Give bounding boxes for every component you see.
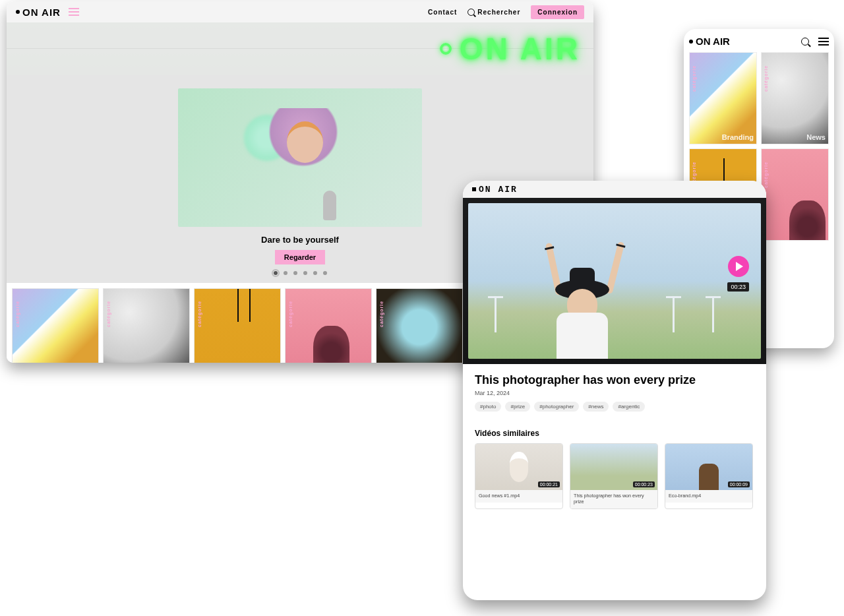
category-card-branding[interactable]: catégorie <box>12 288 99 363</box>
thumb-duration: 00:00:23 <box>633 481 655 487</box>
related-section: Vidéos similaires 00:00:21 Good news #1.… <box>475 429 754 509</box>
category-label: catégorie <box>15 301 20 327</box>
carousel-dot[interactable] <box>293 271 297 275</box>
tag[interactable]: #photographer <box>534 402 579 412</box>
desktop-nav: Contact Rechercher Connexion <box>428 5 584 19</box>
feature-image[interactable] <box>178 88 422 227</box>
mobile-header: ON AIR <box>689 36 829 47</box>
neon-text: ON AIR <box>460 31 580 67</box>
thumb-duration: 00:00:09 <box>728 481 750 487</box>
category-name: Podcast <box>797 230 826 237</box>
logo[interactable]: ON AIR <box>472 185 518 195</box>
category-label: catégorie <box>764 65 768 92</box>
duration-badge: 00:23 <box>727 282 749 292</box>
logo[interactable]: ON AIR <box>689 36 730 47</box>
carousel-dot[interactable] <box>274 271 278 275</box>
search-icon[interactable] <box>801 38 809 46</box>
category-label: catégorie <box>288 301 293 327</box>
video-detail: This photographer has won every prize Ma… <box>463 364 766 518</box>
category-label: catégorie <box>106 301 111 327</box>
tag[interactable]: #prize <box>505 402 530 412</box>
related-thumbs: 00:00:21 Good news #1.mp4 00:00:23 This … <box>475 443 754 509</box>
thumb-caption: Eco-brand.mp4 <box>665 490 752 503</box>
tag[interactable]: #photo <box>475 402 501 412</box>
tag-list: #photo #prize #photographer #news #argen… <box>475 402 754 412</box>
neon-logo: ON AIR <box>440 31 580 67</box>
video-title: This photographer has won every prize <box>475 373 754 387</box>
search-icon <box>467 9 475 16</box>
thumb-caption: Good news #1.mp4 <box>475 490 562 503</box>
related-title: Vidéos similaires <box>475 429 754 438</box>
video-frame <box>468 203 761 359</box>
carousel-dot[interactable] <box>303 271 307 275</box>
category-name: Branding <box>722 133 754 141</box>
category-label: catégorie <box>197 301 202 327</box>
logo-dot-icon <box>472 187 476 191</box>
video-date: Mar 12, 2024 <box>475 390 754 396</box>
logo[interactable]: ON AIR <box>16 7 61 18</box>
nav-search[interactable]: Rechercher <box>467 9 520 16</box>
thumb-image: 00:00:21 <box>475 444 562 490</box>
video-subject <box>547 247 620 359</box>
category-card-news[interactable]: catégorie <box>103 288 190 363</box>
nav-contact[interactable]: Contact <box>428 9 457 16</box>
category-card-podcast[interactable]: catégorie <box>285 288 372 363</box>
hamburger-icon[interactable] <box>818 38 829 46</box>
tag[interactable]: #argentic <box>613 402 645 412</box>
category-card-podcast[interactable]: catégoriePodcast <box>761 148 829 241</box>
logo-text: ON AIR <box>479 185 518 195</box>
carousel-dot[interactable] <box>284 271 287 275</box>
nav-search-label: Rechercher <box>477 9 520 16</box>
login-button[interactable]: Connexion <box>531 5 584 19</box>
hero-banner: ON AIR <box>7 22 593 75</box>
logo-dot-icon <box>16 10 20 14</box>
category-card-branding[interactable]: catégorieBranding <box>689 52 757 144</box>
logo-text: ON AIR <box>22 7 61 18</box>
category-name: News <box>806 133 826 141</box>
tablet-header: ON AIR <box>463 181 766 198</box>
tag[interactable]: #news <box>583 402 609 412</box>
related-card[interactable]: 00:00:21 Good news #1.mp4 <box>475 443 563 509</box>
play-icon[interactable] <box>728 256 749 277</box>
hamburger-icon[interactable] <box>69 8 79 16</box>
thumb-image: 00:00:09 <box>665 444 752 490</box>
thumb-image: 00:00:23 <box>570 444 657 490</box>
video-player[interactable]: 00:23 <box>463 198 766 364</box>
tablet-preview: ON AIR 00:23 This photographer has won e… <box>463 181 766 600</box>
carousel-dot[interactable] <box>313 271 317 275</box>
category-card-vlog[interactable]: catégorie <box>194 288 281 363</box>
logo-dot-icon <box>689 40 693 44</box>
desktop-header: ON AIR Contact Rechercher Connexion <box>7 1 593 22</box>
thumb-caption: This photographer has won every prize <box>570 490 657 508</box>
carousel-dot[interactable] <box>323 271 327 275</box>
category-card-travel[interactable]: catégorie <box>376 288 463 363</box>
logo-text: ON AIR <box>696 36 730 47</box>
thumb-duration: 00:00:21 <box>538 481 560 487</box>
category-label: catégorie <box>379 301 384 327</box>
related-card[interactable]: 00:00:09 Eco-brand.mp4 <box>665 443 753 509</box>
category-label: catégorie <box>692 65 696 92</box>
category-card-news[interactable]: catégorieNews <box>761 52 829 144</box>
watch-button[interactable]: Regarder <box>275 250 325 264</box>
category-label: catégorie <box>764 162 768 188</box>
neon-dot-icon <box>440 43 452 55</box>
related-card[interactable]: 00:00:23 This photographer has won every… <box>570 443 658 509</box>
